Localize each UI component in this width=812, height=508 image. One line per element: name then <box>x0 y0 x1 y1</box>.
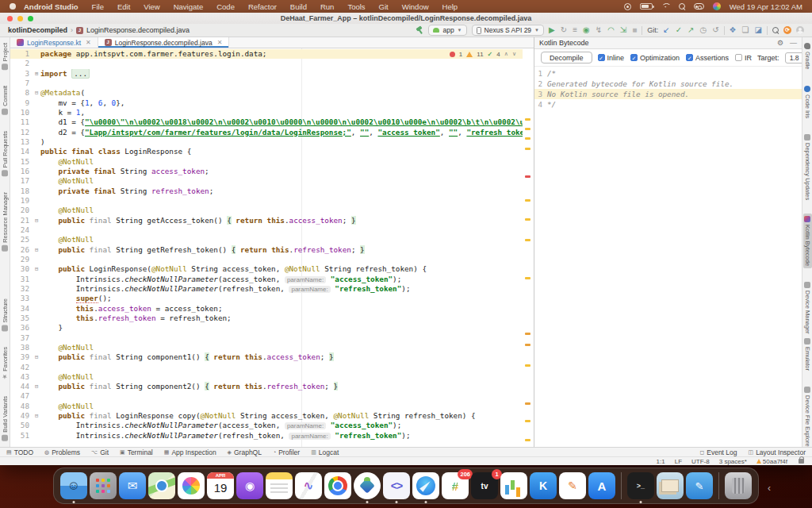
indent-setting[interactable]: 3 spaces* <box>719 458 747 465</box>
tool-stripe-item-structure[interactable]: Structure <box>1 296 10 333</box>
code-editor[interactable]: 1package app.intspvt.com.farmer.features… <box>10 48 534 447</box>
decompile-button[interactable]: Decompile <box>541 52 592 64</box>
encoding[interactable]: UTF-8 <box>691 458 710 465</box>
device-select[interactable]: Nexus S API 29▼ <box>472 25 545 36</box>
menu-clock[interactable]: Wed 19 Apr 12:02 AM <box>730 2 802 11</box>
status-button-app-inspection[interactable]: ▦App Inspection <box>164 448 216 456</box>
dock-icon-chrome[interactable] <box>324 472 351 499</box>
code-line[interactable]: 47 <box>10 391 523 401</box>
code-line[interactable]: 15 @NotNull <box>10 157 523 167</box>
tool-stripe-item-favorites[interactable]: Favorites <box>1 344 10 383</box>
stop-icon[interactable]: ■ <box>632 25 637 35</box>
spotlight-search-icon[interactable] <box>679 3 685 10</box>
tool-stripe-item-dependency-updates[interactable]: Dependency Updates <box>803 132 812 202</box>
code-line[interactable]: 39⊟ public final String component1() { r… <box>10 352 523 362</box>
fold-marker[interactable]: ⊟ <box>33 264 40 274</box>
dock-icon-mail[interactable] <box>119 472 146 499</box>
revision-widget[interactable]: 50aa7f4f <box>756 458 787 465</box>
run-restart-icon[interactable]: ≡ <box>573 25 577 35</box>
code-line[interactable]: 33 super(); <box>10 294 523 303</box>
next-issue-chevron[interactable]: ∨ <box>512 51 516 57</box>
code-line[interactable]: 18 private final String refresh_token; <box>10 187 523 196</box>
menu-item-run[interactable]: Run <box>320 2 334 11</box>
fold-marker[interactable]: ⊟ <box>33 245 40 255</box>
run-icon[interactable]: ▶ <box>549 25 555 35</box>
layout-validation-icon[interactable]: ❏ <box>742 25 749 35</box>
dock-icon-android-studio[interactable] <box>354 472 381 499</box>
dock-icon-podcasts[interactable] <box>236 472 263 499</box>
status-button-logcat[interactable]: ▥Logcat <box>311 448 339 456</box>
code-line[interactable]: 19 <box>10 196 523 206</box>
status-button-problems[interactable]: ◍Problems <box>44 448 80 456</box>
breadcrumb-root[interactable]: kotlinDecompiled <box>8 26 67 34</box>
code-line[interactable]: 11 d1 = {"\u0000\"\n\u0002\u0018\u0002\n… <box>10 117 523 127</box>
git-push-icon[interactable]: ↗ <box>688 25 694 35</box>
code-line[interactable]: 31 Intrinsics.checkNotNullParameter(acce… <box>10 275 523 284</box>
dock-icon-apple-tv[interactable]: 1 <box>471 472 498 499</box>
dock-icon-trash[interactable] <box>725 472 752 499</box>
bytecode-output[interactable]: 1/*2Generated bytecode for Kotlin source… <box>534 67 802 447</box>
inspection-widget[interactable]: 1 11 ✓ 4 ∧ ∨ <box>450 49 516 59</box>
tool-stripe-item-emulator[interactable]: Emulator <box>803 336 812 373</box>
code-line[interactable]: 38 @NotNull <box>10 343 523 352</box>
menu-item-window[interactable]: Window <box>402 2 429 11</box>
code-line[interactable]: 30⊟ public LoginResponse(@NotNull String… <box>10 264 523 274</box>
code-line[interactable]: 17 @NotNull <box>10 176 523 186</box>
menu-item-code[interactable]: Code <box>216 2 235 11</box>
code-line[interactable]: 32 Intrinsics.checkNotNullParameter(refr… <box>10 284 523 294</box>
code-line[interactable]: 12 d2 = {"Lapp/intspvt/com/farmer/featur… <box>10 128 523 137</box>
dock-icon-app-store[interactable] <box>588 472 615 499</box>
menu-item-git[interactable]: Git <box>379 2 389 11</box>
menu-item-android-studio[interactable]: Android Studio <box>24 2 79 11</box>
editor-tab-LoginResponse.kt[interactable]: LoginResponse.kt✕ <box>10 37 98 48</box>
code-line[interactable]: 7 <box>10 79 523 88</box>
device-mirror-icon[interactable]: ❖ <box>730 25 737 35</box>
fold-marker[interactable]: ⊟ <box>33 88 40 98</box>
apply-changes-icon[interactable]: ↻ <box>561 25 567 35</box>
code-line[interactable]: 50 Intrinsics.checkNotNullParameter(acce… <box>10 421 523 430</box>
dock-icon-slack[interactable]: 206 <box>442 472 469 499</box>
menu-item-tools[interactable]: Tools <box>347 2 365 11</box>
code-line[interactable]: 13) <box>10 137 523 147</box>
tool-stripe-item-code-iris[interactable]: Code Iris <box>803 83 812 121</box>
close-tab-icon[interactable]: ✕ <box>217 39 223 46</box>
apple-logo-icon[interactable] <box>10 3 16 10</box>
dock-icon-terminal[interactable] <box>627 472 654 499</box>
tool-stripe-item-kotlin-bytecode[interactable]: Kotlin Bytecode <box>803 214 812 268</box>
menu-item-view[interactable]: View <box>144 2 159 11</box>
dock-icon-photos[interactable] <box>178 472 205 499</box>
status-button-layout-inspector[interactable]: ◫Layout Inspector <box>749 448 806 456</box>
code-line[interactable]: 42 <box>10 363 523 372</box>
build-hammer-icon[interactable] <box>416 26 423 34</box>
dock-icon-calendar[interactable]: APR19 <box>207 472 234 499</box>
dock-overflow-chevron[interactable]: ‹ <box>768 483 771 494</box>
dock-icon-finder[interactable] <box>60 472 87 499</box>
dock-icon-maps[interactable] <box>148 472 175 499</box>
lock-icon[interactable] <box>799 459 804 464</box>
tool-stripe-item-project[interactable]: Project <box>1 40 10 72</box>
dock-icon-preview[interactable] <box>686 472 713 499</box>
status-button-profiler[interactable]: ◔Profiler <box>273 448 300 456</box>
dock-icon-keynote[interactable] <box>530 472 557 499</box>
menu-item-build[interactable]: Build <box>290 2 307 11</box>
status-button-event-log[interactable]: ◻Event Log <box>699 448 737 456</box>
code-line[interactable]: 1package app.intspvt.com.farmer.features… <box>10 49 523 59</box>
fold-marker[interactable]: ⊟ <box>33 216 40 225</box>
tool-stripe-item-build-variants[interactable]: Build Variants <box>1 394 10 444</box>
code-line[interactable]: 35 this.refresh_token = refresh_token; <box>10 314 523 323</box>
prev-issue-chevron[interactable]: ∧ <box>504 51 508 57</box>
status-button-git[interactable]: ⌥Git <box>91 448 109 456</box>
code-line[interactable]: 25 @NotNull <box>10 235 523 244</box>
code-line[interactable]: 20 @NotNull <box>10 206 523 215</box>
tool-stripe-item-gradle[interactable]: Gradle <box>803 40 812 72</box>
profile-avatar[interactable] <box>796 26 804 34</box>
code-line[interactable]: 49⊟ public final LoginResponse copy(@Not… <box>10 411 523 421</box>
fold-marker[interactable]: ⊞ <box>33 69 40 79</box>
checkbox-optimization[interactable]: Optimization <box>630 54 680 62</box>
dock-icon-code-editor[interactable] <box>383 472 410 499</box>
tool-stripe-item-commit[interactable]: Commit <box>1 83 10 117</box>
status-button-graphql[interactable]: ◈GraphQL <box>228 448 262 456</box>
code-line[interactable]: 3⊞import ... <box>10 69 523 79</box>
user-switcher-icon[interactable] <box>713 2 721 10</box>
error-stripe[interactable] <box>524 48 532 447</box>
